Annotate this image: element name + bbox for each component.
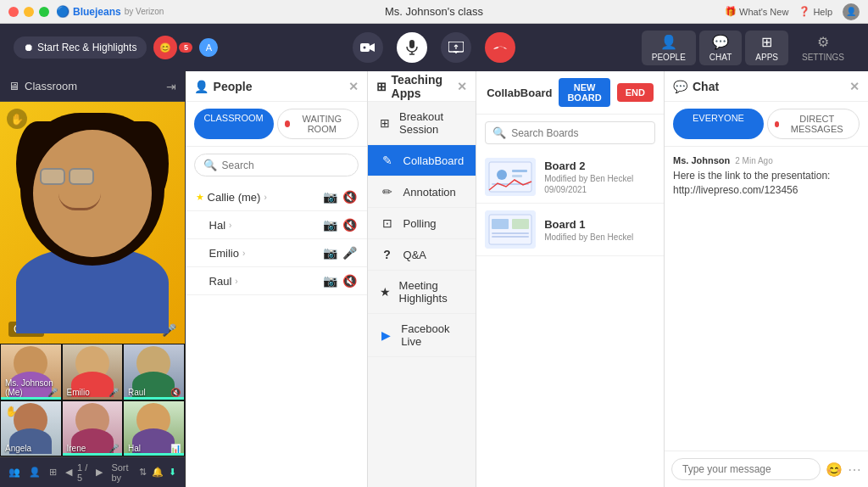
thumbnail-emilio[interactable]: Emilio 🎤: [62, 344, 124, 400]
person-emilio[interactable]: Emilio › 📷 🎤: [186, 239, 367, 267]
teaching-apps-close-button[interactable]: ✕: [457, 80, 467, 93]
main-content: 🖥 Classroom ⇥: [0, 71, 868, 487]
microphone-button[interactable]: [397, 32, 427, 63]
direct-messages-tab[interactable]: DIRECT MESSAGES: [767, 109, 860, 139]
board-1-name: Board 1: [544, 218, 655, 231]
expand-icon[interactable]: ⇥: [166, 80, 176, 93]
collab-search-input[interactable]: [511, 127, 648, 139]
ta-collabboard[interactable]: ✎ CollabBoard: [368, 145, 476, 176]
ta-breakout[interactable]: ⊞ Breakout Session: [368, 102, 476, 145]
highlights-icon: ★: [380, 285, 391, 299]
collab-search[interactable]: 🔍: [485, 121, 655, 144]
fullscreen-window-button[interactable]: [39, 7, 49, 17]
people-panel-header: 👤 People ✕: [186, 71, 367, 102]
thumbnail-ms-johnson[interactable]: Ms. Johnson (Me) 🎤: [0, 344, 62, 400]
thumbnail-raul[interactable]: Raul 🔇: [123, 344, 185, 400]
teaching-apps-icon: ⊞: [376, 80, 387, 93]
people-search-input[interactable]: [222, 160, 349, 171]
thumb-name-raul: Raul: [128, 388, 146, 397]
rec-highlights-button[interactable]: ⏺ Start Rec & Highlights: [14, 36, 147, 59]
new-board-button[interactable]: NEW BOARD: [559, 78, 609, 107]
thumb-audio-bar-raul: [124, 397, 184, 400]
next-page-button[interactable]: ▶: [96, 467, 103, 478]
ta-qa[interactable]: ? Q&A: [368, 239, 476, 271]
thumbnail-hal[interactable]: Hal 📊: [123, 400, 185, 457]
board-item-2[interactable]: Board 2 Modified by Ben Heckel 09/09/202…: [476, 151, 664, 204]
svg-marker-1: [370, 43, 375, 52]
help-icon: ❓: [798, 6, 810, 17]
hal-media-icons: 📷 🔇: [323, 218, 357, 232]
title-bar: 🔵 Bluejeans by Verizon Ms. Johnson's cla…: [0, 0, 868, 24]
raul-mic-icon: 🔇: [342, 274, 357, 288]
board-1-info: Board 1 Modified by Ben Heckel: [544, 218, 655, 242]
thumb-audio-bar-hal: [124, 453, 184, 456]
minimize-window-button[interactable]: [24, 7, 34, 17]
people-grid-icon[interactable]: 👥: [8, 467, 20, 478]
person-name-raul: Raul ›: [196, 275, 320, 288]
translate-button[interactable]: A: [199, 38, 218, 57]
help-link[interactable]: ❓ Help: [798, 6, 832, 17]
chat-input-area: 😊 ⋯: [665, 451, 868, 487]
classroom-header: 🖥 Classroom ⇥: [0, 71, 185, 102]
emoji-button[interactable]: 😊: [826, 462, 843, 478]
board-item-1[interactable]: Board 1 Modified by Ben Heckel: [476, 204, 664, 256]
main-video-bg: Callie 🎤 ✋: [0, 102, 185, 344]
facebook-icon: ▶: [380, 328, 393, 342]
record-icon: ⏺: [24, 42, 34, 53]
sort-icon[interactable]: ⇅: [139, 467, 147, 478]
chat-input[interactable]: [671, 458, 821, 480]
people-tab[interactable]: 👤 PEOPLE: [642, 31, 696, 65]
collab-content-panel: CollabBoard NEW BOARD END 🔍: [476, 71, 665, 487]
prev-page-button[interactable]: ◀: [65, 467, 72, 478]
traffic-lights: [8, 7, 49, 17]
classroom-tab[interactable]: CLASSROOM: [194, 109, 274, 139]
person-hal[interactable]: Hal › 📷 🔇: [186, 211, 367, 239]
board-2-meta1: Modified by Ben Heckel: [544, 174, 655, 183]
pagination: ◀ 1 / 5 ▶: [65, 462, 103, 483]
close-window-button[interactable]: [8, 7, 19, 17]
person-callie[interactable]: ★ Callie (me) › 📷 🔇: [186, 183, 367, 211]
bell-icon[interactable]: 🔔: [152, 467, 164, 478]
everyone-tab[interactable]: EVERYONE: [673, 109, 764, 139]
people-search[interactable]: 🔍: [194, 154, 359, 176]
annotation-icon: ✏: [380, 185, 395, 199]
screen-share-button[interactable]: [441, 32, 471, 63]
chat-panel-header: 💬 Chat ✕: [665, 71, 868, 102]
user-avatar[interactable]: 👤: [843, 3, 860, 20]
settings-tab[interactable]: ⚙ SETTINGS: [792, 31, 854, 65]
callie-mic-icon: 🔇: [342, 190, 357, 204]
title-actions: 🎁 What's New ❓ Help 👤: [725, 3, 860, 20]
chat-tab[interactable]: 💬 CHAT: [699, 31, 742, 65]
ta-facebook[interactable]: ▶ Facebook Live: [368, 314, 476, 357]
reactions-button[interactable]: 😊: [153, 36, 177, 59]
people-close-button[interactable]: ✕: [348, 80, 359, 93]
apps-tab[interactable]: ⊞ APPS: [745, 31, 788, 65]
person-icon[interactable]: 👤: [29, 467, 41, 478]
ta-highlights[interactable]: ★ Meeting Highlights: [368, 271, 476, 314]
right-tabs: 👤 PEOPLE 💬 CHAT ⊞ APPS ⚙ SETTINGS: [642, 31, 854, 65]
thumb-muted-icon: 🔇: [170, 388, 181, 397]
dm-dot: [775, 121, 779, 127]
gift-icon: 🎁: [725, 6, 737, 17]
classroom-footer: 👥 👤 ⊞ ◀ 1 / 5 ▶ Sort by ⇅ 🔔 ⬇: [0, 456, 185, 487]
chat-panel: 💬 Chat ✕ EVERYONE DIRECT MESSAGES Ms. Jo…: [665, 71, 868, 487]
sort-controls: Sort by ⇅ 🔔 ⬇: [111, 462, 175, 483]
waiting-room-tab[interactable]: WAITING ROOM: [277, 109, 359, 139]
end-call-button[interactable]: [485, 32, 515, 63]
end-button[interactable]: END: [617, 83, 654, 102]
chat-close-button[interactable]: ✕: [849, 80, 860, 93]
board-2-name: Board 2: [544, 160, 655, 172]
ta-annotation[interactable]: ✏ Annotation: [368, 176, 476, 208]
whats-new-link[interactable]: 🎁 What's New: [725, 6, 788, 17]
emilio-media-icons: 📷 🎤: [323, 246, 357, 260]
app-logo: 🔵 Bluejeans by Verizon: [56, 5, 164, 18]
thumbnail-irene[interactable]: Irene 🎤: [62, 400, 124, 457]
camera-button[interactable]: [353, 32, 383, 63]
download-icon[interactable]: ⬇: [169, 467, 176, 478]
more-options-button[interactable]: ⋯: [848, 462, 861, 478]
grid-icon[interactable]: ⊞: [49, 467, 57, 478]
thumb-audio-bar-irene: [63, 453, 123, 456]
thumbnail-angela[interactable]: Angela ✋: [0, 400, 62, 457]
ta-polling[interactable]: ⊡ Polling: [368, 208, 476, 239]
person-raul[interactable]: Raul › 📷 🔇: [186, 267, 367, 295]
